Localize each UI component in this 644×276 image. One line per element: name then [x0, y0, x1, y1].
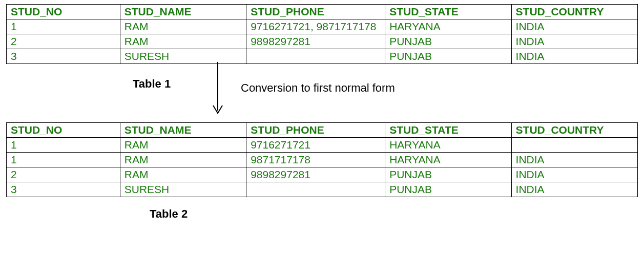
header-stud-name: STUD_NAME — [120, 123, 246, 138]
cell-stud-name: RAM — [120, 34, 246, 49]
table-1: STUD_NO STUD_NAME STUD_PHONE STUD_STATE … — [6, 4, 638, 64]
cell-stud-state: PUNJAB — [385, 167, 511, 182]
cell-stud-state: PUNJAB — [385, 34, 511, 49]
header-stud-country: STUD_COUNTRY — [511, 5, 637, 19]
header-stud-state: STUD_STATE — [385, 5, 511, 19]
table-row: 3 SURESH PUNJAB INDIA — [7, 182, 638, 197]
header-stud-no: STUD_NO — [7, 123, 120, 138]
table-header-row: STUD_NO STUD_NAME STUD_PHONE STUD_STATE … — [7, 123, 638, 138]
cell-stud-country: INDIA — [511, 49, 637, 64]
table-row: 1 RAM 9871717178 HARYANA INDIA — [7, 153, 638, 167]
cell-stud-phone: 9716271721 — [246, 138, 385, 153]
cell-stud-name: RAM — [120, 167, 246, 182]
cell-stud-country: INDIA — [511, 167, 637, 182]
cell-stud-name: SURESH — [120, 49, 246, 64]
cell-stud-country: INDIA — [511, 182, 637, 197]
header-stud-state: STUD_STATE — [385, 123, 511, 138]
cell-stud-phone — [246, 182, 385, 197]
table-row: 2 RAM 9898297281 PUNJAB INDIA — [7, 34, 638, 49]
cell-stud-name: RAM — [120, 19, 246, 34]
table-1-label: Table 1 — [133, 77, 171, 91]
conversion-area: Table 1 Conversion to first normal form — [6, 66, 638, 122]
cell-stud-phone — [246, 49, 385, 64]
cell-stud-no: 1 — [7, 153, 120, 167]
table-row: 1 RAM 9716271721, 9871717178 HARYANA IND… — [7, 19, 638, 34]
cell-stud-phone: 9716271721, 9871717178 — [246, 19, 385, 34]
conversion-label: Conversion to first normal form — [241, 81, 395, 95]
cell-stud-country: INDIA — [511, 153, 637, 167]
cell-stud-country — [511, 138, 637, 153]
cell-stud-name: RAM — [120, 153, 246, 167]
header-stud-no: STUD_NO — [7, 5, 120, 19]
cell-stud-no: 2 — [7, 167, 120, 182]
table-header-row: STUD_NO STUD_NAME STUD_PHONE STUD_STATE … — [7, 5, 638, 19]
cell-stud-name: RAM — [120, 138, 246, 153]
cell-stud-no: 1 — [7, 19, 120, 34]
cell-stud-state: HARYANA — [385, 19, 511, 34]
cell-stud-country: INDIA — [511, 19, 637, 34]
cell-stud-state: HARYANA — [385, 138, 511, 153]
cell-stud-name: SURESH — [120, 182, 246, 197]
cell-stud-phone: 9898297281 — [246, 34, 385, 49]
cell-stud-no: 2 — [7, 34, 120, 49]
cell-stud-no: 3 — [7, 182, 120, 197]
cell-stud-country: INDIA — [511, 34, 637, 49]
cell-stud-phone: 9898297281 — [246, 167, 385, 182]
header-stud-country: STUD_COUNTRY — [511, 123, 637, 138]
header-stud-name: STUD_NAME — [120, 5, 246, 19]
cell-stud-no: 1 — [7, 138, 120, 153]
table-row: 3 SURESH PUNJAB INDIA — [7, 49, 638, 64]
header-stud-phone: STUD_PHONE — [246, 123, 385, 138]
cell-stud-state: PUNJAB — [385, 49, 511, 64]
table-2: STUD_NO STUD_NAME STUD_PHONE STUD_STATE … — [6, 122, 638, 197]
cell-stud-state: HARYANA — [385, 153, 511, 167]
down-arrow-icon — [210, 62, 225, 118]
cell-stud-no: 3 — [7, 49, 120, 64]
cell-stud-phone: 9871717178 — [246, 153, 385, 167]
table-row: 1 RAM 9716271721 HARYANA — [7, 138, 638, 153]
table-row: 2 RAM 9898297281 PUNJAB INDIA — [7, 167, 638, 182]
cell-stud-state: PUNJAB — [385, 182, 511, 197]
header-stud-phone: STUD_PHONE — [246, 5, 385, 19]
table-2-label: Table 2 — [150, 207, 638, 221]
